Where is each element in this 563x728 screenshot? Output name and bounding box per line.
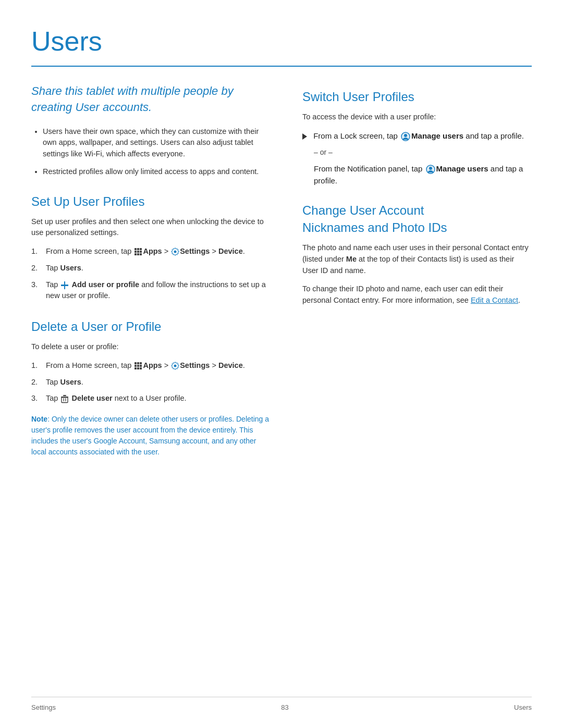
- step2-text: From the Notification panel, tap Manage …: [314, 164, 523, 185]
- note-block: Note: Only the device owner can delete o…: [31, 414, 271, 458]
- step-item: 1. From a Home screen, tap Apps >: [31, 246, 271, 257]
- settings-label: Settings: [180, 247, 210, 255]
- step-item: 3. Tap Add user or profile and follow th…: [31, 279, 271, 302]
- svg-point-0: [174, 251, 177, 253]
- plus-icon: [61, 281, 68, 289]
- step-num: 3.: [31, 393, 38, 404]
- change-section: Change User Account Nicknames and Photo …: [302, 202, 532, 306]
- left-column: Share this tablet with multiple people b…: [31, 83, 271, 473]
- change-title-line1: Change User Account: [302, 203, 424, 217]
- intro-heading: Share this tablet with multiple people b…: [31, 83, 271, 116]
- or-separator: – or –: [314, 147, 532, 158]
- step-text: From a Home screen, tap Apps >: [46, 247, 245, 255]
- manage-icon: [401, 132, 410, 141]
- change-desc1: The photo and name each user uses in the…: [302, 242, 532, 276]
- settings-icon: [171, 248, 179, 256]
- set-up-section: Set Up User Profiles Set up user profile…: [31, 192, 271, 302]
- change-title: Change User Account Nicknames and Photo …: [302, 202, 532, 236]
- delete-section: Delete a User or Profile To delete a use…: [31, 317, 271, 458]
- step-text: Tap Users.: [46, 378, 83, 386]
- svg-point-14: [429, 167, 432, 170]
- footer-center: 83: [281, 702, 288, 713]
- step-num: 3.: [31, 279, 38, 291]
- trash-icon: [61, 395, 68, 403]
- note-label: Note: [31, 415, 47, 423]
- delete-title: Delete a User or Profile: [31, 317, 271, 336]
- delete-steps: 1. From a Home screen, tap Apps >: [31, 360, 271, 404]
- arrow-icon: [302, 133, 307, 140]
- svg-rect-1: [64, 282, 65, 289]
- step-num: 2.: [31, 377, 38, 388]
- right-column: Switch User Profiles To access the devic…: [302, 83, 532, 473]
- manage-users-label2: Manage users: [436, 164, 488, 173]
- settings-label: Settings: [180, 361, 210, 369]
- note-content: : Only the device owner can delete other…: [31, 415, 269, 456]
- switch-desc: To access the device with a user profile…: [302, 112, 532, 123]
- footer-left: Settings: [31, 702, 56, 713]
- svg-point-3: [174, 365, 177, 367]
- device-label: Device: [218, 247, 243, 255]
- title-divider: [31, 66, 532, 67]
- page-title: Users: [31, 21, 532, 61]
- svg-point-11: [404, 134, 407, 137]
- switch-step1: From a Lock screen, tap Manage users and…: [302, 130, 532, 142]
- step-item: 2. Tap Users.: [31, 377, 271, 388]
- footer-right: Users: [514, 702, 532, 713]
- page-footer: Settings 83 Users: [31, 697, 532, 713]
- apps-label: Apps: [143, 247, 162, 255]
- add-user-label: Add user or profile: [71, 280, 139, 289]
- change-title-line2: Nicknames and Photo IDs: [302, 220, 447, 235]
- users-label: Users: [60, 264, 81, 272]
- step-text: Tap Users.: [46, 264, 83, 272]
- step-text: Tap Add user or profile and follow the i…: [46, 280, 266, 300]
- set-up-title: Set Up User Profiles: [31, 192, 271, 211]
- set-up-desc: Set up user profiles and then select one…: [31, 216, 271, 239]
- svg-rect-2: [61, 285, 68, 286]
- delete-desc: To delete a user or profile:: [31, 341, 271, 353]
- switch-title: Switch User Profiles: [302, 88, 532, 106]
- bullet-list: Users have their own space, which they c…: [31, 126, 271, 178]
- set-up-steps: 1. From a Home screen, tap Apps >: [31, 246, 271, 302]
- manage-users-label: Manage users: [411, 131, 463, 140]
- device-label: Device: [218, 361, 243, 369]
- bullet-item: Restricted profiles allow only limited a…: [43, 166, 271, 178]
- edit-contact-link[interactable]: Edit a Contact: [471, 296, 518, 304]
- apps-icon: [134, 362, 142, 369]
- manage-icon: [426, 165, 435, 174]
- svg-rect-6: [62, 397, 68, 402]
- me-label: Me: [346, 255, 357, 263]
- step-num: 1.: [31, 246, 38, 257]
- step1-text: From a Lock screen, tap Manage users and…: [313, 131, 524, 140]
- switch-section: Switch User Profiles To access the devic…: [302, 88, 532, 187]
- users-label: Users: [60, 378, 81, 386]
- svg-rect-7: [64, 398, 64, 401]
- step-text: Tap Delete user next to a U: [46, 394, 186, 402]
- apps-label: Apps: [143, 361, 162, 369]
- switch-step2: From the Notification panel, tap Manage …: [314, 163, 532, 187]
- settings-icon: [171, 362, 179, 370]
- svg-rect-5: [63, 395, 66, 396]
- step-item: 1. From a Home screen, tap Apps >: [31, 360, 271, 372]
- change-desc2: To change their ID photo and name, each …: [302, 283, 532, 306]
- delete-user-label: Delete user: [71, 394, 112, 402]
- step-text: From a Home screen, tap Apps >: [46, 361, 245, 369]
- svg-rect-8: [66, 398, 66, 401]
- bullet-item: Users have their own space, which they c…: [43, 126, 271, 160]
- step-item: 2. Tap Users.: [31, 263, 271, 274]
- apps-icon: [134, 248, 142, 255]
- step-item: 3. Tap Delete u: [31, 393, 271, 404]
- step-num: 2.: [31, 263, 38, 274]
- step-num: 1.: [31, 360, 38, 372]
